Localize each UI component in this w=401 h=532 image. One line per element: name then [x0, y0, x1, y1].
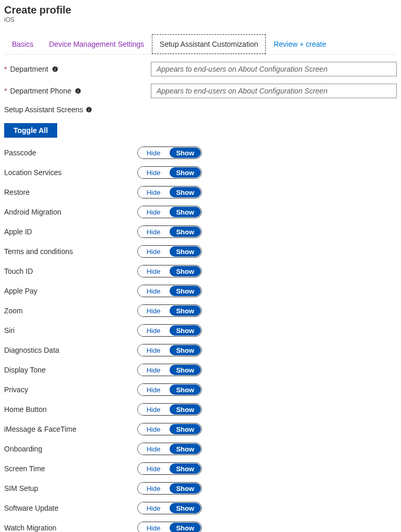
- toggle-hide-option[interactable]: Hide: [138, 226, 169, 237]
- toggle-hide-option[interactable]: Hide: [138, 206, 169, 218]
- screen-label: Android Migration: [4, 208, 137, 216]
- screen-row: Display ToneHideShow: [4, 360, 397, 380]
- toggle-show-option[interactable]: Show: [170, 246, 201, 257]
- department-label: * Department i: [4, 65, 151, 73]
- hide-show-toggle[interactable]: HideShow: [137, 304, 202, 317]
- screens-list: PasscodeHideShowLocation ServicesHideSho…: [4, 143, 397, 532]
- screen-label: Restore: [4, 188, 137, 196]
- section-label-text: Setup Assistant Screens: [4, 105, 83, 114]
- screen-row: Software UpdateHideShow: [4, 498, 397, 518]
- screen-label: SIM Setup: [4, 484, 137, 493]
- toggle-show-option[interactable]: Show: [170, 345, 201, 355]
- toggle-hide-option[interactable]: Hide: [138, 187, 169, 198]
- toggle-hide-option[interactable]: Hide: [138, 364, 169, 376]
- toggle-show-option[interactable]: Show: [170, 384, 201, 395]
- screen-row: ZoomHideShow: [4, 301, 397, 321]
- screen-label: Watch Migration: [4, 524, 137, 532]
- screen-row: SiriHideShow: [4, 321, 397, 340]
- toggle-show-option[interactable]: Show: [170, 365, 201, 375]
- hide-show-toggle[interactable]: HideShow: [137, 364, 202, 376]
- department-input[interactable]: [151, 62, 397, 76]
- toggle-hide-option[interactable]: Hide: [138, 502, 169, 514]
- hide-show-toggle[interactable]: HideShow: [137, 443, 202, 455]
- screen-label: Siri: [4, 326, 137, 335]
- hide-show-toggle[interactable]: HideShow: [137, 265, 202, 277]
- hide-show-toggle[interactable]: HideShow: [137, 225, 202, 238]
- hide-show-toggle[interactable]: HideShow: [137, 383, 202, 396]
- screen-label: Screen Time: [4, 464, 137, 473]
- hide-show-toggle[interactable]: HideShow: [137, 324, 202, 337]
- screen-row: iMessage & FaceTimeHideShow: [4, 419, 397, 439]
- hide-show-toggle[interactable]: HideShow: [137, 186, 202, 198]
- screen-row: RestoreHideShow: [4, 182, 397, 202]
- toggle-show-option[interactable]: Show: [170, 305, 201, 316]
- toggle-hide-option[interactable]: Hide: [138, 325, 169, 336]
- hide-show-toggle[interactable]: HideShow: [137, 147, 202, 159]
- hide-show-toggle[interactable]: HideShow: [137, 344, 202, 356]
- screen-row: Touch IDHideShow: [4, 261, 397, 281]
- screen-label: Software Update: [4, 504, 137, 512]
- toggle-show-option[interactable]: Show: [170, 463, 201, 474]
- screen-label: Location Services: [4, 168, 137, 177]
- hide-show-toggle[interactable]: HideShow: [137, 245, 202, 258]
- toggle-show-option[interactable]: Show: [170, 483, 201, 494]
- info-icon[interactable]: i: [74, 87, 82, 95]
- screen-label: Onboarding: [4, 445, 137, 453]
- toggle-hide-option[interactable]: Hide: [138, 147, 169, 158]
- toggle-all-button[interactable]: Toggle All: [4, 123, 57, 138]
- screen-label: Apple ID: [4, 228, 137, 236]
- tab-basics[interactable]: Basics: [4, 34, 41, 54]
- hide-show-toggle[interactable]: HideShow: [137, 502, 202, 514]
- toggle-hide-option[interactable]: Hide: [138, 305, 169, 316]
- hide-show-toggle[interactable]: HideShow: [137, 166, 202, 179]
- toggle-show-option[interactable]: Show: [170, 325, 201, 336]
- toggle-hide-option[interactable]: Hide: [138, 463, 169, 474]
- toggle-show-option[interactable]: Show: [170, 424, 201, 434]
- toggle-hide-option[interactable]: Hide: [138, 443, 169, 455]
- hide-show-toggle[interactable]: HideShow: [137, 522, 202, 532]
- screen-label: Zoom: [4, 307, 137, 315]
- hide-show-toggle[interactable]: HideShow: [137, 462, 202, 475]
- toggle-show-option[interactable]: Show: [170, 207, 201, 217]
- toggle-show-option[interactable]: Show: [170, 227, 201, 237]
- toggle-hide-option[interactable]: Hide: [138, 285, 169, 297]
- toggle-show-option[interactable]: Show: [170, 266, 201, 276]
- tab-review-create[interactable]: Review + create: [266, 34, 334, 54]
- screen-label: Display Tone: [4, 366, 137, 374]
- info-icon[interactable]: i: [51, 65, 59, 73]
- toggle-hide-option[interactable]: Hide: [138, 423, 169, 435]
- toggle-show-option[interactable]: Show: [170, 148, 201, 158]
- tab-device-management-settings[interactable]: Device Management Settings: [41, 34, 152, 54]
- toggle-hide-option[interactable]: Hide: [138, 384, 169, 395]
- toggle-hide-option[interactable]: Hide: [138, 246, 169, 257]
- screen-row: Terms and conditionsHideShow: [4, 242, 397, 261]
- screen-row: Android MigrationHideShow: [4, 202, 397, 222]
- screen-row: Watch MigrationHideShow: [4, 518, 397, 532]
- toggle-hide-option[interactable]: Hide: [138, 265, 169, 277]
- info-icon[interactable]: i: [85, 106, 93, 113]
- hide-show-toggle[interactable]: HideShow: [137, 403, 202, 416]
- screen-row: Diagnostics DataHideShow: [4, 340, 397, 360]
- toggle-show-option[interactable]: Show: [170, 404, 201, 415]
- hide-show-toggle[interactable]: HideShow: [137, 206, 202, 218]
- page-title: Create profile: [4, 4, 397, 16]
- toggle-show-option[interactable]: Show: [170, 503, 201, 513]
- screen-row: SIM SetupHideShow: [4, 478, 397, 498]
- toggle-hide-option[interactable]: Hide: [138, 404, 169, 415]
- screen-row: Home ButtonHideShow: [4, 400, 397, 419]
- hide-show-toggle[interactable]: HideShow: [137, 423, 202, 435]
- toggle-show-option[interactable]: Show: [170, 167, 201, 178]
- toggle-hide-option[interactable]: Hide: [138, 167, 169, 178]
- toggle-hide-option[interactable]: Hide: [138, 483, 169, 494]
- toggle-show-option[interactable]: Show: [170, 444, 201, 454]
- tab-setup-assistant-customization[interactable]: Setup Assistant Customization: [152, 34, 266, 54]
- toggle-show-option[interactable]: Show: [170, 523, 201, 532]
- department-phone-input[interactable]: [151, 84, 397, 98]
- screen-label: Diagnostics Data: [4, 346, 137, 354]
- toggle-hide-option[interactable]: Hide: [138, 344, 169, 356]
- hide-show-toggle[interactable]: HideShow: [137, 285, 202, 297]
- hide-show-toggle[interactable]: HideShow: [137, 482, 202, 495]
- toggle-show-option[interactable]: Show: [170, 187, 201, 197]
- toggle-hide-option[interactable]: Hide: [138, 522, 169, 532]
- toggle-show-option[interactable]: Show: [170, 286, 201, 296]
